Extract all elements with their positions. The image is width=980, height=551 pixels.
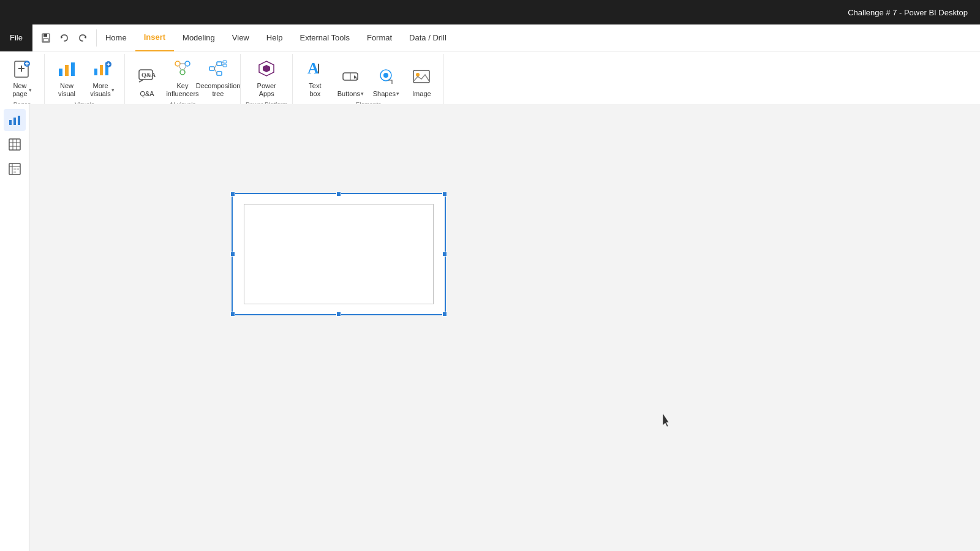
resize-handle-tr[interactable] (442, 192, 447, 197)
shapes-caret: ▾ (396, 91, 399, 97)
menu-item-help[interactable]: Help (258, 24, 292, 51)
new-page-button[interactable]: Newpage ▾ (5, 54, 39, 99)
resize-handle-tl[interactable] (230, 192, 235, 197)
ribbon-group-power-platform: PowerApps Power Platform (241, 54, 293, 111)
more-visuals-caret: ▾ (111, 87, 115, 94)
new-page-icon (10, 56, 34, 81)
visual-container[interactable] (232, 193, 446, 315)
buttons-caret: ▾ (361, 91, 364, 97)
app-title: Challenge # 7 - Power BI Desktop (848, 8, 968, 17)
svg-point-21 (175, 61, 180, 66)
menu-item-format[interactable]: Format (358, 24, 401, 51)
text-box-button[interactable]: A Textbox (298, 54, 332, 99)
svg-rect-45 (413, 70, 429, 83)
sidebar-item-matrix[interactable] (4, 158, 26, 180)
power-apps-icon (254, 56, 279, 81)
svg-rect-49 (18, 116, 20, 125)
more-visuals-button[interactable]: Morevisuals ▾ (85, 54, 119, 99)
ribbon-group-pp-items: PowerApps (249, 54, 284, 99)
key-influencers-icon (170, 56, 195, 81)
ribbon-group-elements: A Textbox Buttons (293, 54, 444, 111)
menu-bar: File Home Insert Mode (0, 24, 980, 51)
svg-rect-12 (94, 69, 97, 75)
svg-rect-9 (59, 69, 62, 76)
svg-rect-59 (13, 171, 16, 173)
ribbon-group-ai-visuals: Q&A Q&A Keyinfluencers (125, 54, 241, 111)
power-apps-button[interactable]: PowerApps (249, 54, 284, 99)
image-button[interactable]: Image (404, 55, 439, 99)
svg-rect-13 (100, 65, 103, 75)
redo-button[interactable] (74, 29, 91, 47)
svg-rect-33 (223, 64, 227, 67)
resize-handle-ml[interactable] (230, 252, 235, 257)
menu-item-view[interactable]: View (224, 24, 258, 51)
svg-point-23 (180, 70, 185, 75)
resize-handle-bc[interactable] (336, 312, 341, 317)
more-visuals-icon (90, 56, 115, 81)
svg-rect-28 (217, 62, 222, 66)
sidebar-item-bar-chart[interactable] (4, 109, 26, 131)
menu-item-data-drill[interactable]: Data / Drill (401, 24, 455, 51)
menu-item-insert[interactable]: Insert (135, 24, 174, 51)
svg-line-25 (179, 66, 181, 70)
svg-line-26 (184, 66, 186, 70)
new-page-caret: ▾ (29, 87, 32, 94)
ribbon-group-pages: Newpage ▾ Pages (0, 54, 45, 111)
svg-rect-10 (65, 65, 69, 76)
svg-rect-2 (43, 39, 48, 42)
svg-rect-1 (43, 34, 47, 37)
resize-handle-mr[interactable] (442, 252, 447, 257)
menu-item-external-tools[interactable]: External Tools (292, 24, 358, 51)
key-influencers-button[interactable]: Keyinfluencers (165, 54, 200, 99)
shapes-button[interactable]: Shapes ▾ (369, 55, 403, 99)
svg-text:Q&A: Q&A (141, 72, 156, 78)
buttons-icon (338, 64, 363, 89)
ribbon-group-visuals: Newvisual Morevisuals ▾ (45, 54, 125, 111)
menu-item-modeling[interactable]: Modeling (174, 24, 224, 51)
ribbon-group-elements-items: A Textbox Buttons (298, 54, 439, 99)
svg-rect-47 (9, 120, 12, 125)
svg-point-44 (383, 73, 388, 78)
sidebar-item-table[interactable] (4, 133, 26, 156)
left-sidebar (0, 104, 29, 551)
shapes-icon (374, 64, 398, 89)
resize-handle-bl[interactable] (230, 312, 235, 317)
resize-handle-tc[interactable] (336, 192, 341, 197)
ribbon: Newpage ▾ Pages Newvisual (0, 51, 980, 111)
svg-rect-58 (13, 168, 16, 170)
menu-item-file[interactable]: File (0, 24, 32, 51)
svg-marker-61 (663, 413, 669, 427)
qa-icon: Q&A (135, 64, 159, 89)
svg-point-22 (185, 61, 190, 66)
buttons-button[interactable]: Buttons ▾ (333, 55, 368, 99)
svg-rect-11 (71, 62, 75, 76)
visual-inner (244, 204, 434, 304)
svg-marker-42 (354, 75, 357, 80)
title-bar: Challenge # 7 - Power BI Desktop (0, 0, 980, 24)
svg-rect-60 (17, 168, 19, 170)
ribbon-group-ai-items: Q&A Q&A Keyinfluencers (130, 54, 235, 99)
svg-rect-50 (9, 139, 20, 150)
resize-handle-br[interactable] (442, 312, 447, 317)
text-box-icon: A (303, 56, 327, 81)
svg-line-30 (214, 64, 217, 69)
svg-rect-27 (209, 67, 214, 70)
menu-item-home[interactable]: Home (97, 24, 135, 51)
canvas-area[interactable] (29, 104, 980, 551)
image-icon (409, 64, 434, 89)
ribbon-group-visuals-items: Newvisual Morevisuals ▾ (50, 54, 119, 99)
new-visual-icon (55, 56, 79, 81)
decomposition-tree-icon (206, 56, 230, 81)
svg-text:A: A (307, 59, 319, 77)
save-button[interactable] (37, 29, 55, 47)
svg-marker-37 (263, 65, 270, 72)
svg-rect-48 (13, 118, 16, 125)
svg-rect-29 (217, 72, 222, 75)
ribbon-group-pages-items: Newpage ▾ (5, 54, 39, 99)
new-visual-button[interactable]: Newvisual (50, 54, 84, 99)
undo-button[interactable] (56, 29, 73, 47)
svg-line-31 (214, 69, 217, 73)
decomposition-tree-button[interactable]: Decompositiontree (201, 54, 235, 99)
qa-button[interactable]: Q&A Q&A (130, 55, 164, 99)
quick-access-toolbar (32, 29, 97, 47)
